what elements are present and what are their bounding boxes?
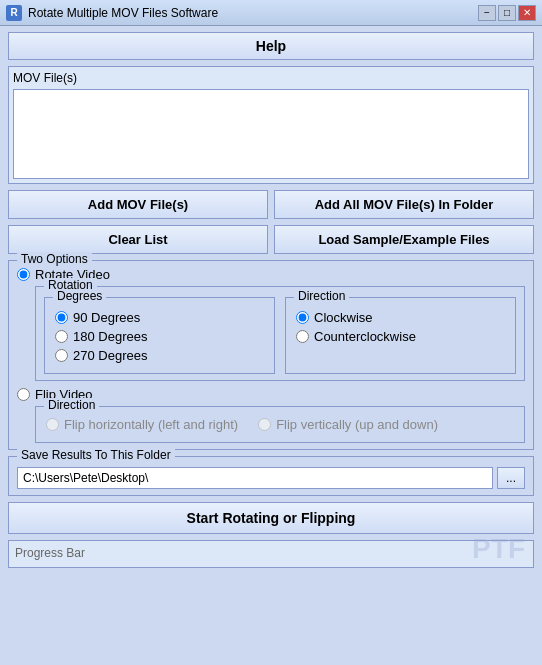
clockwise-label: Clockwise [314, 310, 373, 325]
deg90-radio[interactable] [55, 311, 68, 324]
deg90-option[interactable]: 90 Degrees [55, 310, 264, 325]
clockwise-option[interactable]: Clockwise [296, 310, 505, 325]
window-controls: − □ ✕ [478, 5, 536, 21]
flip-horizontal-option: Flip horizontally (left and right) [46, 417, 238, 432]
counterclockwise-label: Counterclockwise [314, 329, 416, 344]
file-list[interactable] [13, 89, 529, 179]
deg270-radio[interactable] [55, 349, 68, 362]
progress-bar-label: Progress Bar [15, 546, 85, 560]
save-path-input[interactable] [17, 467, 493, 489]
browse-button[interactable]: ... [497, 467, 525, 489]
direction-group: Direction Clockwise Counterclockwise [285, 297, 516, 374]
file-section-label: MOV File(s) [13, 71, 529, 85]
two-options-group: Two Options Rotate Video Rotation Degree… [8, 260, 534, 450]
add-mov-button[interactable]: Add MOV File(s) [8, 190, 268, 219]
rotation-inner: Degrees 90 Degrees 180 Degrees 270 Degre… [44, 297, 516, 374]
main-content: Help MOV File(s) Add MOV File(s) Add All… [0, 26, 542, 574]
flip-vertical-radio [258, 418, 271, 431]
deg180-label: 180 Degrees [73, 329, 147, 344]
counterclockwise-option[interactable]: Counterclockwise [296, 329, 505, 344]
deg90-label: 90 Degrees [73, 310, 140, 325]
load-sample-button[interactable]: Load Sample/Example Files [274, 225, 534, 254]
flip-horizontal-radio [46, 418, 59, 431]
flip-section: Flip Video Direction Flip horizontally (… [17, 387, 525, 443]
clockwise-radio[interactable] [296, 311, 309, 324]
window-title: Rotate Multiple MOV Files Software [28, 6, 218, 20]
watermark: PTF [472, 533, 525, 565]
degrees-group: Degrees 90 Degrees 180 Degrees 270 Degre… [44, 297, 275, 374]
flip-direction-legend: Direction [44, 398, 99, 412]
two-options-legend: Two Options [17, 252, 92, 266]
start-button[interactable]: Start Rotating or Flipping [8, 502, 534, 534]
counterclockwise-radio[interactable] [296, 330, 309, 343]
save-group: Save Results To This Folder ... [8, 456, 534, 496]
rotation-group: Rotation Degrees 90 Degrees 180 Degrees [35, 286, 525, 381]
direction-legend: Direction [294, 289, 349, 303]
deg180-radio[interactable] [55, 330, 68, 343]
title-bar: R Rotate Multiple MOV Files Software − □… [0, 0, 542, 26]
button-row-1: Add MOV File(s) Add All MOV File(s) In F… [8, 190, 534, 219]
add-folder-button[interactable]: Add All MOV File(s) In Folder [274, 190, 534, 219]
progress-bar-section: Progress Bar PTF [8, 540, 534, 568]
flip-vertical-label: Flip vertically (up and down) [276, 417, 438, 432]
button-row-2: Clear List Load Sample/Example Files [8, 225, 534, 254]
file-section: MOV File(s) [8, 66, 534, 184]
deg270-label: 270 Degrees [73, 348, 147, 363]
flip-vertical-option: Flip vertically (up and down) [258, 417, 438, 432]
minimize-button[interactable]: − [478, 5, 496, 21]
save-row: ... [17, 467, 525, 489]
flip-direction-group: Direction Flip horizontally (left and ri… [35, 406, 525, 443]
flip-horizontal-label: Flip horizontally (left and right) [64, 417, 238, 432]
title-bar-left: R Rotate Multiple MOV Files Software [6, 5, 218, 21]
help-button[interactable]: Help [8, 32, 534, 60]
app-icon: R [6, 5, 22, 21]
deg270-option[interactable]: 270 Degrees [55, 348, 264, 363]
flip-direction-inner: Flip horizontally (left and right) Flip … [46, 417, 514, 436]
flip-video-radio[interactable] [17, 388, 30, 401]
save-legend: Save Results To This Folder [17, 448, 175, 462]
maximize-button[interactable]: □ [498, 5, 516, 21]
close-button[interactable]: ✕ [518, 5, 536, 21]
deg180-option[interactable]: 180 Degrees [55, 329, 264, 344]
clear-list-button[interactable]: Clear List [8, 225, 268, 254]
rotate-video-radio[interactable] [17, 268, 30, 281]
degrees-legend: Degrees [53, 289, 106, 303]
